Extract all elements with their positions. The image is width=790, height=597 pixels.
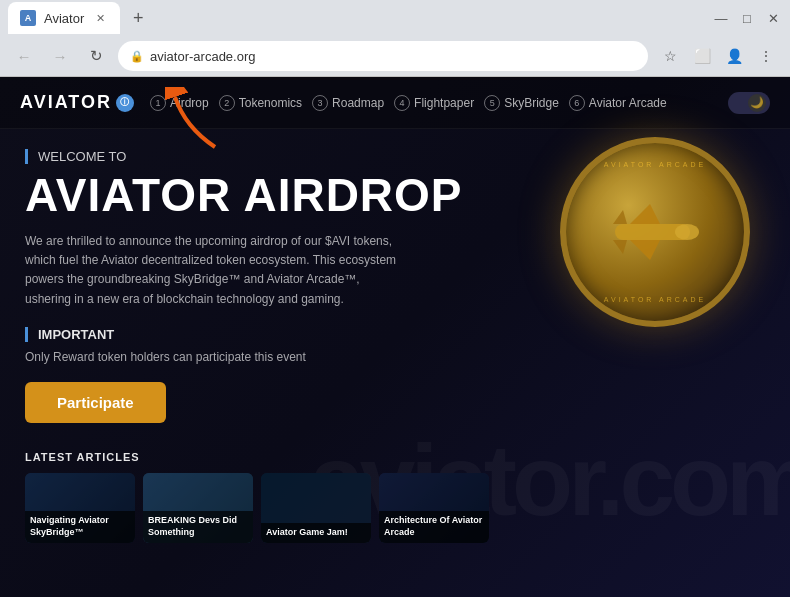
nav-num-2: 2 <box>219 95 235 111</box>
tab-favicon: A <box>20 10 36 26</box>
dark-mode-icon: 🌙 <box>748 94 766 112</box>
article-card-3[interactable]: Architecture Of Aviator Arcade <box>379 473 489 543</box>
nav-item-arcade[interactable]: 6 Aviator Arcade <box>569 95 667 111</box>
dark-mode-toggle[interactable]: 🌙 <box>728 92 770 114</box>
reload-button[interactable]: ↻ <box>82 42 110 70</box>
reward-text: Only Reward token holders can participat… <box>25 350 765 364</box>
lock-icon: 🔒 <box>130 50 144 63</box>
nav-item-roadmap[interactable]: 3 Roadmap <box>312 95 384 111</box>
tab-close-button[interactable]: ✕ <box>92 10 108 26</box>
nav-num-5: 5 <box>484 95 500 111</box>
profile-button[interactable]: 👤 <box>720 42 748 70</box>
title-bar: A Aviator ✕ + — □ ✕ <box>0 0 790 36</box>
nav-item-skybridge[interactable]: 5 SkyBridge <box>484 95 559 111</box>
address-bar-actions: ☆ ⬜ 👤 ⋮ <box>656 42 780 70</box>
nav-label-airdrop: Airdrop <box>170 96 209 110</box>
articles-label: LATEST ARTICLES <box>25 451 765 463</box>
nav-item-tokenomics[interactable]: 2 Tokenomics <box>219 95 302 111</box>
main-content: WELCOME TO AVIATOR AIRDROP We are thrill… <box>0 129 790 563</box>
nav-label-skybridge: SkyBridge <box>504 96 559 110</box>
window-controls: — □ ✕ <box>712 9 782 27</box>
new-tab-button[interactable]: + <box>124 4 152 32</box>
nav-item-flightpaper[interactable]: 4 Flightpaper <box>394 95 474 111</box>
nav-items: 1 Airdrop 2 Tokenomics 3 Roadmap 4 Fligh… <box>150 95 712 111</box>
nav-label-arcade: Aviator Arcade <box>589 96 667 110</box>
minimize-button[interactable]: — <box>712 9 730 27</box>
address-bar: ← → ↻ 🔒 aviator-arcade.org ☆ ⬜ 👤 ⋮ <box>0 36 790 76</box>
bookmark-button[interactable]: ☆ <box>656 42 684 70</box>
article-title-2: Aviator Game Jam! <box>261 523 371 543</box>
nav-label-flightpaper: Flightpaper <box>414 96 474 110</box>
hero-title: AVIATOR AIRDROP <box>25 172 765 218</box>
logo-icon: ⓘ <box>116 94 134 112</box>
forward-button[interactable]: → <box>46 42 74 70</box>
site-nav: AVIATOR ⓘ 1 Airdrop 2 Tokenomics 3 Roadm… <box>0 77 790 129</box>
url-bar[interactable]: 🔒 aviator-arcade.org <box>118 41 648 71</box>
maximize-button[interactable]: □ <box>738 9 756 27</box>
article-card-1[interactable]: BREAKING Devs Did Something <box>143 473 253 543</box>
nav-num-4: 4 <box>394 95 410 111</box>
back-button[interactable]: ← <box>10 42 38 70</box>
article-card-0[interactable]: Navigating Aviator SkyBridge™ <box>25 473 135 543</box>
article-title-0: Navigating Aviator SkyBridge™ <box>25 511 135 542</box>
menu-button[interactable]: ⋮ <box>752 42 780 70</box>
article-card-2[interactable]: Aviator Game Jam! <box>261 473 371 543</box>
tab-label: Aviator <box>44 11 84 26</box>
page-content: aviator.com AVIATOR ⓘ 1 Airdrop 2 Tokeno… <box>0 77 790 597</box>
logo-text: AVIATOR <box>20 92 112 113</box>
important-label: IMPORTANT <box>25 327 765 342</box>
nav-num-1: 1 <box>150 95 166 111</box>
extensions-button[interactable]: ⬜ <box>688 42 716 70</box>
browser-tab[interactable]: A Aviator ✕ <box>8 2 120 34</box>
nav-label-roadmap: Roadmap <box>332 96 384 110</box>
articles-section: LATEST ARTICLES Navigating Aviator SkyBr… <box>25 451 765 543</box>
nav-label-tokenomics: Tokenomics <box>239 96 302 110</box>
welcome-label: WELCOME TO <box>25 149 765 164</box>
nav-num-3: 3 <box>312 95 328 111</box>
nav-item-airdrop[interactable]: 1 Airdrop <box>150 95 209 111</box>
article-title-3: Architecture Of Aviator Arcade <box>379 511 489 542</box>
hero-description: We are thrilled to announce the upcoming… <box>25 232 405 309</box>
participate-button[interactable]: Participate <box>25 382 166 423</box>
url-text: aviator-arcade.org <box>150 49 256 64</box>
close-button[interactable]: ✕ <box>764 9 782 27</box>
articles-grid: Navigating Aviator SkyBridge™ BREAKING D… <box>25 473 765 543</box>
article-title-1: BREAKING Devs Did Something <box>143 511 253 542</box>
browser-chrome: A Aviator ✕ + — □ ✕ ← → ↻ 🔒 aviator-arca… <box>0 0 790 77</box>
site-logo: AVIATOR ⓘ <box>20 92 134 113</box>
nav-num-6: 6 <box>569 95 585 111</box>
